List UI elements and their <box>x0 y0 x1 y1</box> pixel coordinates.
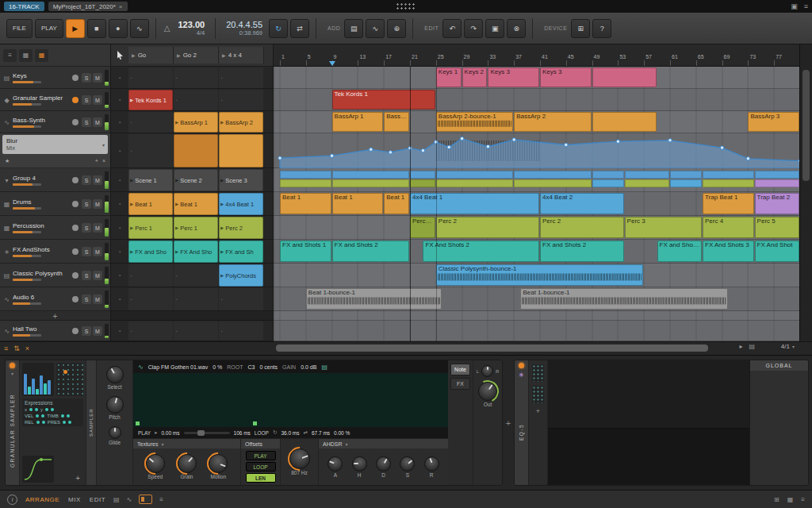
arranger-clip[interactable]: BassArp 2-bounce-1 <box>436 112 513 132</box>
track-header[interactable]: ▾Group 4SM <box>0 168 110 192</box>
arranger-clip[interactable]: FX And Shot <box>755 241 799 262</box>
record-arm-button[interactable] <box>72 201 79 207</box>
vertical-scrollbar[interactable] <box>799 44 812 341</box>
group-clip-segment[interactable] <box>514 171 591 179</box>
knob-807-hz[interactable]: 807 Hz <box>289 448 310 475</box>
track-header[interactable]: ∿Audio 6SM <box>0 287 110 311</box>
arranger-clip[interactable]: Keys 3 <box>540 67 592 87</box>
automation-write-button[interactable]: ∿ <box>130 19 149 38</box>
group-clip-segment[interactable] <box>625 179 669 187</box>
clip-stop-button[interactable]: ▪ <box>111 168 128 192</box>
solo-button[interactable]: S <box>82 294 91 304</box>
clip-stop-button[interactable]: ▪ <box>111 111 128 133</box>
group-clip-segment[interactable] <box>755 171 799 179</box>
play-start-value[interactable]: 0.00 ms <box>161 430 179 436</box>
clip-stop-button[interactable]: ▪ <box>111 133 128 168</box>
add-audio-track-button[interactable]: ∿ <box>366 19 385 38</box>
expression-label[interactable]: y <box>40 407 43 412</box>
view-toggle-mix[interactable]: MIX <box>68 496 81 503</box>
window-restore-icon[interactable]: ▣ <box>791 2 798 10</box>
add-modulator-button[interactable]: + <box>536 407 540 415</box>
automation-param-box[interactable]: BlurMix▾ <box>2 135 108 154</box>
tab-fx[interactable]: FX <box>450 378 470 390</box>
undo-button[interactable]: ↶ <box>442 19 462 38</box>
arranger-clip[interactable]: BassArp 3 <box>748 112 799 132</box>
add-effect-track-button[interactable]: ⊕ <box>387 19 406 38</box>
tab-file[interactable]: MyProject_16T_2020* × <box>48 2 128 11</box>
tempo-value[interactable]: 123.00 <box>178 20 205 30</box>
scene-clip[interactable]: ▶Scene 1 <box>128 169 173 191</box>
arranger-clip[interactable]: FX and Shots 1 <box>280 241 331 262</box>
arranger-clip[interactable]: Keys 3 <box>488 67 539 87</box>
play-end-value[interactable]: 106 ms <box>234 430 251 436</box>
launcher-clip[interactable]: ▶FX And Sho <box>174 241 218 263</box>
launcher-clip[interactable]: ▶BassArp 2 <box>219 112 263 133</box>
arranger-clip[interactable]: Perc 3 <box>625 217 702 238</box>
knob-speed[interactable]: Speed <box>146 454 165 479</box>
group-clip-segment[interactable] <box>755 179 799 187</box>
arranger-clip[interactable]: FX And Shots 2 <box>423 241 539 262</box>
knob-s[interactable]: S <box>400 456 415 478</box>
record-arm-button[interactable] <box>72 272 79 279</box>
expression-label[interactable]: PRES <box>48 420 60 425</box>
knob-h[interactable]: H <box>352 456 367 478</box>
automation-curve[interactable] <box>274 133 799 168</box>
volume-fader[interactable] <box>13 103 41 106</box>
group-clip-segment[interactable] <box>670 171 702 179</box>
sampler-tab[interactable]: SAMPLER <box>86 360 97 485</box>
clip-stop-button[interactable]: ▪ <box>111 287 128 311</box>
chevron-down-icon[interactable]: ▾ <box>11 371 13 376</box>
knob[interactable] <box>289 448 310 469</box>
knob-grain[interactable]: Grain <box>178 454 197 479</box>
track-header[interactable]: ▤Classic PolysynthSM <box>0 264 110 287</box>
arranger-clip[interactable]: Beat 1 <box>280 193 331 214</box>
empty-clip-slot[interactable]: ▪ <box>128 112 173 133</box>
arranger-clip[interactable]: BassArp 1 <box>332 112 384 132</box>
arranger-clip[interactable]: 4x4 Beat 2 <box>540 193 624 214</box>
arranger-clip[interactable]: Perc 4 <box>703 217 754 238</box>
volume-fader[interactable] <box>13 81 41 83</box>
close-icon[interactable]: × <box>119 3 123 10</box>
track-list-icon[interactable]: ≡ <box>3 49 17 62</box>
volume-fader[interactable] <box>13 125 41 128</box>
group-clip-segment[interactable] <box>332 171 409 179</box>
ahdsr-title[interactable]: AHDSR <box>323 441 343 447</box>
browser-panel-icon[interactable]: ▦ <box>787 496 794 503</box>
empty-clip-slot[interactable]: ▪ <box>128 288 173 310</box>
tab-note[interactable]: Note <box>450 364 470 375</box>
volume-fader[interactable] <box>13 334 41 337</box>
record-arm-button[interactable] <box>72 119 79 125</box>
loop-crossfade-value[interactable]: 0.00 % <box>334 430 350 436</box>
empty-clip-slot[interactable]: ▪ <box>174 67 218 88</box>
mixer-panel-toggle[interactable]: ≡ <box>159 496 163 503</box>
note-editor-icon[interactable]: ▤ <box>113 496 120 503</box>
loop-start-value[interactable]: 36.0 ms <box>281 430 299 436</box>
knob[interactable] <box>106 396 124 414</box>
launcher-clip[interactable]: ▶FX and Sh <box>219 241 263 263</box>
arranger-clip[interactable]: Classic Polysynth-bounce-1 <box>436 264 643 286</box>
arranger-clip[interactable]: Perc 1-boun <box>410 217 435 238</box>
group-clip-segment[interactable] <box>280 179 331 187</box>
song-time[interactable]: 0:38.969 <box>239 30 262 37</box>
punch-button[interactable]: ⇄ <box>290 19 309 38</box>
launcher-clip[interactable]: ▶Perc 1 <box>128 217 173 239</box>
launcher-clip[interactable] <box>174 134 218 167</box>
group-clip-segment[interactable] <box>703 179 754 187</box>
arranger-lane[interactable]: Classic Polysynth-bounce-1 <box>274 264 799 287</box>
device-enable-led[interactable] <box>10 363 15 368</box>
sample-mix-percent[interactable]: 0 % <box>213 364 222 370</box>
record-button[interactable]: ● <box>109 19 128 38</box>
offset-loop-button[interactable]: LOOP <box>246 462 276 471</box>
loop-marker[interactable] <box>253 421 257 425</box>
track-header[interactable]: ∿Hall TwoSM <box>0 321 110 341</box>
modulator-icon[interactable]: ∗ <box>519 371 525 379</box>
solo-button[interactable]: S <box>82 326 91 336</box>
arranger-clip[interactable]: Tek Kords 1 <box>332 90 435 110</box>
knob[interactable] <box>352 456 367 471</box>
track-header[interactable]: ▤KeysSM <box>0 67 110 89</box>
grid-view-icon[interactable]: ▦ <box>19 49 33 62</box>
solo-button[interactable]: S <box>82 95 91 105</box>
track-header[interactable]: ▦DrumsSM <box>0 192 110 216</box>
record-arm-button[interactable] <box>72 177 79 183</box>
device-panel-toggle[interactable] <box>139 495 152 504</box>
